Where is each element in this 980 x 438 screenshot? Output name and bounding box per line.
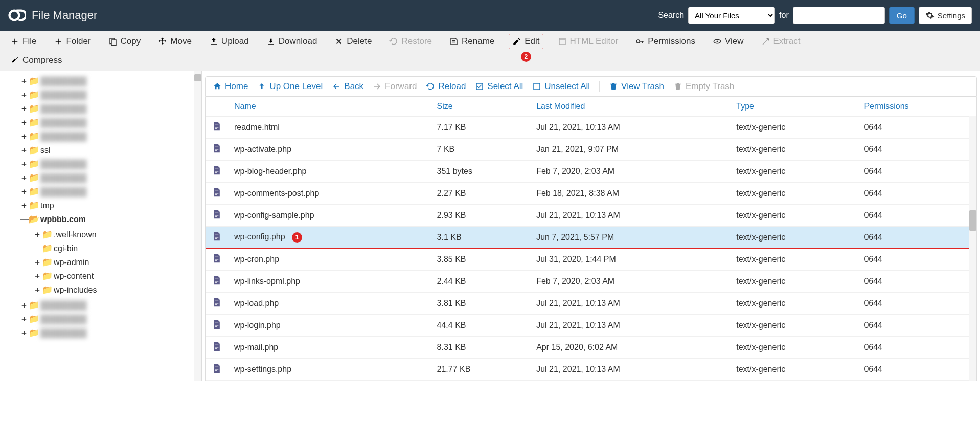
edit-button[interactable]: Edit 2	[509, 34, 543, 49]
permissions-button[interactable]: Permissions	[632, 34, 698, 49]
upload-label: Upload	[221, 36, 249, 47]
expand-toggle[interactable]: +	[20, 159, 28, 169]
search-go-button[interactable]: Go	[889, 7, 915, 24]
tree-item[interactable]: wp-admin	[54, 258, 89, 267]
expand-toggle[interactable]: +	[20, 104, 28, 114]
unselect-all-button[interactable]: Unselect All	[532, 81, 590, 92]
tree-item[interactable]: wp-includes	[54, 286, 97, 295]
extract-button[interactable]: Extract	[758, 34, 804, 49]
file-modified: Jul 21, 2021, 10:13 AM	[530, 315, 730, 337]
empty-trash-button[interactable]: Empty Trash	[673, 81, 734, 92]
table-row[interactable]: wp-load.php 3.81 KB Jul 21, 2021, 10:13 …	[206, 293, 976, 315]
expand-toggle[interactable]: +	[34, 271, 41, 281]
tree-item[interactable]: ████████	[40, 173, 87, 183]
view-button[interactable]: View	[710, 34, 747, 49]
tree-item[interactable]: ████████	[40, 328, 87, 338]
restore-button[interactable]: Restore	[386, 34, 435, 49]
tree-item[interactable]: ████████	[40, 187, 87, 196]
copy-button[interactable]: Copy	[105, 34, 144, 49]
upload-button[interactable]: Upload	[206, 34, 252, 49]
expand-toggle[interactable]: +	[20, 76, 28, 86]
file-icon	[212, 165, 222, 176]
expand-toggle[interactable]: +	[20, 132, 28, 142]
expand-toggle[interactable]: +	[20, 173, 28, 183]
table-row[interactable]: wp-mail.php 8.31 KB Apr 15, 2020, 6:02 A…	[206, 337, 976, 359]
forward-button[interactable]: Forward	[373, 81, 417, 92]
compress-button[interactable]: Compress	[7, 53, 65, 68]
move-button[interactable]: Move	[155, 34, 195, 49]
back-button[interactable]: Back	[332, 81, 363, 92]
folder-button[interactable]: Folder	[51, 34, 94, 49]
plus-icon	[10, 37, 19, 46]
table-row[interactable]: wp-comments-post.php 2.27 KB Feb 18, 202…	[206, 183, 976, 205]
file-button[interactable]: File	[7, 34, 39, 49]
table-row[interactable]: wp-config-sample.php 2.93 KB Jul 21, 202…	[206, 205, 976, 227]
table-row[interactable]: wp-config.php 1 3.1 KB Jun 7, 2021, 5:57…	[206, 227, 976, 249]
reload-button[interactable]: Reload	[426, 81, 466, 92]
collapse-toggle[interactable]: —	[20, 214, 28, 225]
row-annotation-badge: 1	[292, 232, 302, 243]
file-modified: Jun 7, 2021, 5:57 PM	[530, 227, 730, 249]
tree-item[interactable]: ████████	[40, 315, 87, 324]
expand-toggle[interactable]: +	[20, 201, 28, 211]
search-input[interactable]	[793, 7, 885, 24]
col-modified[interactable]: Last Modified	[530, 97, 730, 117]
table-row[interactable]: wp-links-opml.php 2.44 KB Feb 7, 2020, 2…	[206, 271, 976, 293]
tree-item[interactable]: ████████	[40, 160, 87, 169]
expand-toggle[interactable]: +	[34, 257, 41, 268]
folder-icon: 📁	[29, 300, 39, 311]
expand-toggle[interactable]: +	[34, 230, 41, 240]
table-row[interactable]: readme.html 7.17 KB Jul 21, 2021, 10:13 …	[206, 117, 976, 139]
select-all-button[interactable]: Select All	[475, 81, 523, 92]
tree-item[interactable]: tmp	[40, 201, 54, 210]
expand-toggle[interactable]: +	[20, 90, 28, 100]
expand-toggle[interactable]: +	[20, 328, 28, 338]
tree-item[interactable]: ████████	[40, 77, 87, 86]
table-row[interactable]: wp-settings.php 21.77 KB Jul 21, 2021, 1…	[206, 359, 976, 381]
view-trash-button[interactable]: View Trash	[609, 81, 664, 92]
table-row[interactable]: wp-login.php 44.4 KB Jul 21, 2021, 10:13…	[206, 315, 976, 337]
col-permissions[interactable]: Permissions	[858, 97, 976, 117]
expand-toggle[interactable]: +	[20, 187, 28, 197]
tree-item[interactable]: ████████	[40, 118, 87, 127]
expand-toggle[interactable]: +	[20, 118, 28, 128]
expand-toggle[interactable]: +	[20, 145, 28, 156]
svg-rect-2	[111, 40, 116, 46]
action-bar: Home Up One Level Back Forward Reload Se…	[205, 76, 977, 97]
up-one-level-button[interactable]: Up One Level	[257, 81, 323, 92]
col-name[interactable]: Name	[228, 97, 431, 117]
expand-toggle[interactable]: +	[20, 314, 28, 324]
download-button[interactable]: Download	[263, 34, 321, 49]
settings-button[interactable]: Settings	[919, 7, 972, 24]
html-editor-button[interactable]: HTML Editor	[555, 34, 622, 49]
file-icon-cell	[206, 139, 228, 161]
expand-toggle[interactable]: +	[34, 285, 41, 295]
tree-scrollbar[interactable]	[194, 71, 201, 381]
file-type: text/x-generic	[730, 249, 858, 271]
col-size[interactable]: Size	[431, 97, 531, 117]
expand-toggle[interactable]: +	[20, 300, 28, 311]
col-icon[interactable]	[206, 97, 228, 117]
tree-item[interactable]: ssl	[40, 146, 51, 155]
tree-item[interactable]: ████████	[40, 91, 87, 100]
col-type[interactable]: Type	[730, 97, 858, 117]
tree-item[interactable]: ████████	[40, 301, 87, 310]
table-row[interactable]: wp-cron.php 3.85 KB Jul 31, 2020, 1:44 P…	[206, 249, 976, 271]
delete-button[interactable]: Delete	[331, 34, 375, 49]
rename-button[interactable]: Rename	[446, 34, 497, 49]
search-scope-select[interactable]: All Your Files	[688, 7, 775, 24]
table-row[interactable]: wp-blog-header.php 351 bytes Feb 7, 2020…	[206, 161, 976, 183]
tree-item[interactable]: ████████	[40, 132, 87, 141]
home-button[interactable]: Home	[213, 81, 248, 92]
app-title: File Manager	[32, 9, 97, 22]
file-table: Name Size Last Modified Type Permissions…	[206, 97, 976, 381]
tree-item[interactable]: cgi-bin	[54, 244, 78, 253]
table-scrollbar[interactable]	[969, 97, 976, 381]
svg-point-0	[10, 11, 19, 20]
table-row[interactable]: wp-activate.php 7 KB Jan 21, 2021, 9:07 …	[206, 139, 976, 161]
file-permissions: 0644	[858, 117, 976, 139]
tree-item[interactable]: ████████	[40, 104, 87, 114]
tree-item-current[interactable]: wpbbb.com	[40, 215, 86, 224]
tree-item[interactable]: .well-known	[54, 230, 97, 239]
tree-item[interactable]: wp-content	[54, 272, 94, 281]
